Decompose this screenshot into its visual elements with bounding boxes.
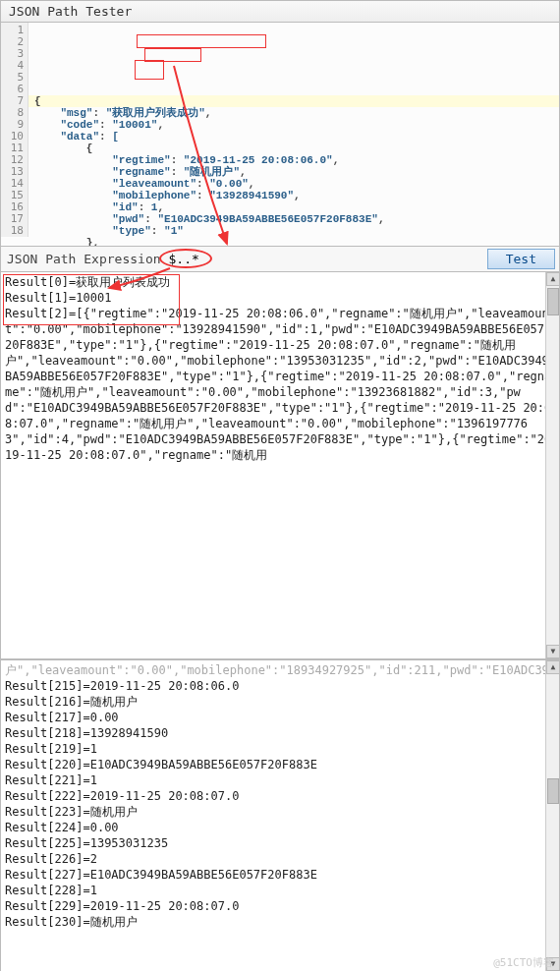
code-line: "regtime": "2019-11-25 20:08:06.0", xyxy=(28,154,559,166)
code-line: "data": [ xyxy=(28,131,559,143)
code-line: "mobilephone": "13928941590", xyxy=(28,190,559,201)
results-panel-bottom[interactable]: 户","leaveamount":"0.00","mobilephone":"1… xyxy=(0,659,560,971)
code-line: "msg": "获取用户列表成功", xyxy=(28,107,559,119)
result-line: Result[217]=0.00 xyxy=(5,710,555,725)
scroll-up-icon[interactable]: ▲ xyxy=(546,272,560,286)
annotation-box-code xyxy=(144,48,201,62)
code-line: { xyxy=(28,143,559,154)
scroll-thumb[interactable] xyxy=(547,778,559,804)
scrollbar[interactable]: ▲ ▼ xyxy=(545,660,559,971)
expression-input[interactable]: $..* xyxy=(167,247,487,271)
result-line: Result[216]=随机用户 xyxy=(5,694,555,710)
result-line: Result[215]=2019-11-25 20:08:06.0 xyxy=(5,678,555,694)
result-line: Result[0]=获取用户列表成功 xyxy=(5,274,555,290)
code-line: { xyxy=(28,95,559,107)
result-line: Result[229]=2019-11-25 20:08:07.0 xyxy=(5,898,555,914)
scroll-up-icon[interactable]: ▲ xyxy=(546,660,560,674)
annotation-box-data xyxy=(135,60,164,80)
scrollbar[interactable]: ▲ ▼ xyxy=(545,272,559,658)
result-line: Result[222]=2019-11-25 20:08:07.0 xyxy=(5,788,555,804)
expression-label: JSON Path Expression xyxy=(1,252,167,266)
code-line: }, xyxy=(28,237,559,247)
test-button[interactable]: Test xyxy=(487,249,555,269)
expression-row: JSON Path Expression $..* Test xyxy=(0,247,560,272)
result-line: Result[230]=随机用户 xyxy=(5,914,555,930)
result-line: Result[228]=1 xyxy=(5,883,555,898)
watermark: @51CTO博客 xyxy=(493,955,554,970)
annotation-box-msg xyxy=(137,34,266,48)
result-line: Result[223]=随机用户 xyxy=(5,804,555,820)
scroll-down-icon[interactable]: ▼ xyxy=(546,645,560,658)
code-line: "pwd": "E10ADC3949BA59ABBE56E057F20F883E… xyxy=(28,213,559,225)
code-line: "id": 1, xyxy=(28,201,559,213)
result-line: Result[225]=13953031235 xyxy=(5,835,555,851)
json-code-panel: 123456789101112131415161718 { "msg": "获取… xyxy=(0,23,560,247)
results-panel-top[interactable]: Result[0]=获取用户列表成功Result[1]=10001Result[… xyxy=(0,272,560,659)
result-line-faded: 户","leaveamount":"0.00","mobilephone":"1… xyxy=(5,662,555,678)
line-gutter: 123456789101112131415161718 xyxy=(1,23,28,237)
code-line: "code": "10001", xyxy=(28,119,559,131)
code-line: "leaveamount": "0.00", xyxy=(28,178,559,190)
result-line: Result[224]=0.00 xyxy=(5,820,555,835)
result-line: Result[227]=E10ADC3949BA59ABBE56E057F20F… xyxy=(5,867,555,883)
result-line: Result[221]=1 xyxy=(5,772,555,788)
expression-value: $..* xyxy=(167,252,199,266)
code-area[interactable]: { "msg": "获取用户列表成功", "code": "10001", "d… xyxy=(28,23,559,247)
result-line: Result[218]=13928941590 xyxy=(5,725,555,741)
scroll-thumb[interactable] xyxy=(547,288,559,315)
code-line: "regname": "随机用户", xyxy=(28,166,559,178)
result-line: Result[226]=2 xyxy=(5,851,555,867)
panel-title: JSON Path Tester xyxy=(0,0,560,23)
code-line: "type": "1" xyxy=(28,225,559,237)
result-line: Result[2]=[{"regtime":"2019-11-25 20:08:… xyxy=(5,306,555,463)
result-line: Result[219]=1 xyxy=(5,741,555,757)
result-line: Result[1]=10001 xyxy=(5,290,555,306)
result-line: Result[220]=E10ADC3949BA59ABBE56E057F20F… xyxy=(5,757,555,772)
